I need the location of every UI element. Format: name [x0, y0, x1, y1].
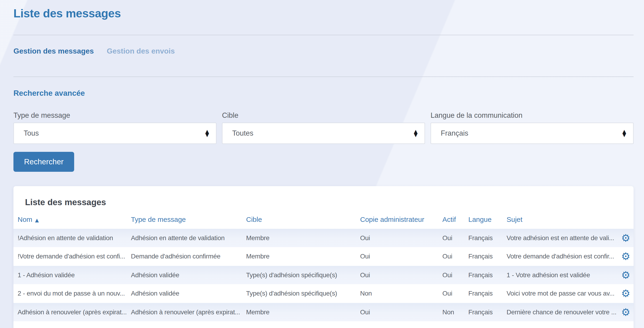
table-body: !Adhésion en attente de validationAdhési… — [14, 228, 634, 321]
cible-select[interactable]: Toutes ▲▼ — [222, 122, 425, 144]
select-value: Toutes — [232, 129, 414, 138]
field-label: Cible — [222, 111, 425, 120]
table-cell: Français — [464, 290, 502, 297]
rechercher-button[interactable]: Rechercher — [14, 152, 74, 172]
table-cell: Français — [464, 272, 502, 279]
table-cell: Oui — [356, 308, 438, 316]
table-cell: Adhésion à renouveler (après expirat... — [14, 308, 127, 316]
column-header-actif[interactable]: Actif — [438, 216, 464, 224]
table-header-row: Nom▲Type de messageCibleCopie administra… — [14, 210, 634, 228]
select-value: Tous — [24, 129, 205, 138]
column-header-cible[interactable]: Cible — [242, 216, 356, 224]
messages-list-card: Liste des messages Nom▲Type de messageCi… — [14, 186, 634, 328]
field-label: Langue de la communication — [430, 111, 634, 120]
column-header-nom[interactable]: Nom▲ — [14, 216, 127, 224]
card-title: Liste des messages — [14, 186, 634, 208]
tab-gestion-des-envois[interactable]: Gestion des envois — [107, 46, 175, 56]
table-cell: Type(s) d'adhésion spécifique(s) — [242, 290, 356, 297]
tab-bar: Gestion des messages Gestion des envois — [14, 46, 634, 56]
langue-select[interactable]: Français ▲▼ — [430, 122, 634, 144]
table-cell: Adhésion validée — [127, 272, 242, 279]
field-label: Type de message — [14, 111, 216, 120]
table-row: 2 - envoi du mot de passe à un nouv...Ad… — [14, 284, 634, 303]
table-cell: Membre — [242, 253, 356, 260]
sort-asc-icon: ▲ — [35, 218, 39, 223]
table-cell: Votre adhésion est en attente de vali... — [502, 234, 619, 242]
field-cible: Cible Toutes ▲▼ — [222, 111, 425, 144]
search-filters: Type de message Tous ▲▼ Cible Toutes ▲▼ … — [14, 111, 634, 144]
table-cell: Oui — [438, 272, 464, 279]
table-row: Adhésion à renouveler (après expirat...A… — [14, 303, 634, 321]
table-cell: Dernière chance de renouveler votre ... — [502, 308, 619, 316]
column-header-copie-administrateur[interactable]: Copie administrateur — [356, 216, 438, 224]
field-type-de-message: Type de message Tous ▲▼ — [14, 111, 216, 144]
table-cell: Français — [464, 253, 502, 260]
table-cell: Français — [464, 308, 502, 316]
select-arrows-icon: ▲▼ — [414, 130, 418, 137]
table-cell: !Votre demande d'adhésion est confi... — [14, 253, 127, 260]
select-value: Français — [441, 129, 622, 138]
column-header-type-de-message[interactable]: Type de message — [127, 216, 242, 224]
table-row: !Adhésion en attente de validationAdhési… — [14, 228, 634, 247]
table-cell: Non — [356, 290, 438, 297]
table-cell: Non — [438, 308, 464, 316]
page-title: Liste des messages — [14, 7, 634, 20]
table-cell: Français — [464, 234, 502, 242]
divider — [14, 35, 634, 35]
main-content: Liste des messages Gestion des messages … — [14, 7, 634, 328]
table-cell: Adhésion en attente de validation — [127, 234, 242, 242]
table-row: 1 - Adhésion validéeAdhésion validéeType… — [14, 266, 634, 284]
table-row: !Votre demande d'adhésion est confi...De… — [14, 247, 634, 266]
gear-icon[interactable]: ⚙ — [621, 307, 630, 317]
column-header-langue[interactable]: Langue — [464, 216, 502, 224]
table-cell: Oui — [438, 253, 464, 260]
table-cell: Voici votre mot de passe car vous av... — [502, 290, 619, 297]
table-cell: Oui — [356, 272, 438, 279]
table-cell: Oui — [356, 253, 438, 260]
table-cell: 1 - Votre adhésion est validée — [502, 272, 619, 279]
table-cell: Membre — [242, 234, 356, 242]
field-langue: Langue de la communication Français ▲▼ — [430, 111, 634, 144]
select-arrows-icon: ▲▼ — [622, 130, 626, 137]
column-header-sujet[interactable]: Sujet — [502, 216, 619, 224]
divider — [14, 76, 634, 77]
table-cell: Type(s) d'adhésion spécifique(s) — [242, 272, 356, 279]
tab-gestion-des-messages[interactable]: Gestion des messages — [14, 46, 94, 56]
gear-icon[interactable]: ⚙ — [621, 288, 630, 298]
advanced-search-link[interactable]: Recherche avancée — [14, 88, 85, 98]
table-cell: Adhésion validée — [127, 290, 242, 297]
table-cell: !Adhésion en attente de validation — [14, 234, 127, 242]
table-cell: Adhésion à renouveler (après expirat... — [127, 308, 242, 316]
table-cell: Votre demande d'adhésion est confir... — [502, 253, 619, 260]
table-cell: Oui — [438, 290, 464, 297]
select-arrows-icon: ▲▼ — [205, 130, 209, 137]
type-de-message-select[interactable]: Tous ▲▼ — [14, 122, 216, 144]
gear-icon[interactable]: ⚙ — [621, 233, 630, 243]
gear-icon[interactable]: ⚙ — [621, 270, 630, 280]
table-cell: Membre — [242, 308, 356, 316]
table-cell: Demande d'adhésion confirmée — [127, 253, 242, 260]
table-cell: Oui — [356, 234, 438, 242]
table-cell: Oui — [438, 234, 464, 242]
gear-icon[interactable]: ⚙ — [621, 251, 630, 262]
table-cell: 2 - envoi du mot de passe à un nouv... — [14, 290, 127, 297]
table-cell: 1 - Adhésion validée — [14, 272, 127, 279]
